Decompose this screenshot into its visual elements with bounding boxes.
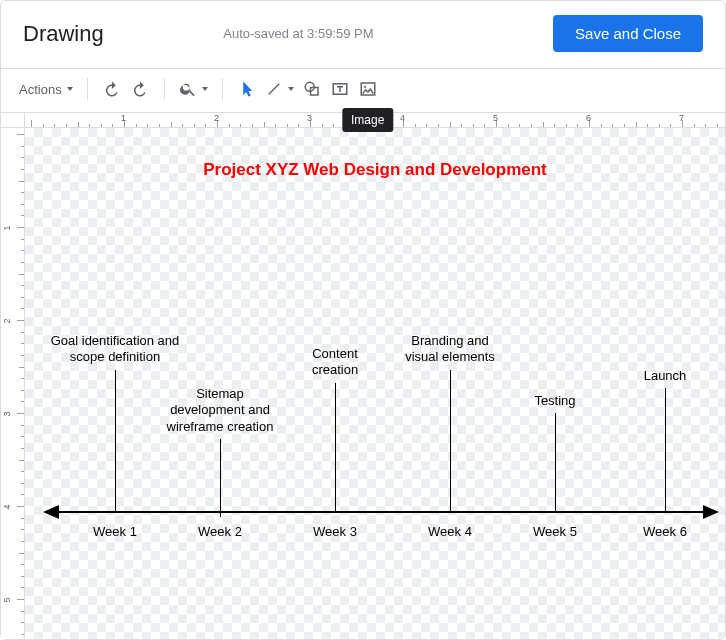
project-title: Project XYZ Web Design and Development bbox=[25, 160, 725, 180]
textbox-icon bbox=[331, 80, 349, 98]
line-icon bbox=[265, 80, 283, 98]
zoom-button[interactable] bbox=[175, 75, 212, 103]
ruler-number: 7 bbox=[679, 113, 684, 123]
toolbar: Actions bbox=[1, 69, 725, 109]
shape-icon bbox=[303, 80, 321, 98]
week-label: Week 3 bbox=[313, 524, 357, 539]
ruler-number: 2 bbox=[214, 113, 219, 123]
autosave-status: Auto-saved at 3:59:59 PM bbox=[44, 26, 553, 41]
undo-button[interactable] bbox=[98, 75, 126, 103]
ruler-corner bbox=[1, 112, 25, 128]
ruler-number: 3 bbox=[307, 113, 312, 123]
image-tool[interactable]: Image bbox=[354, 75, 382, 103]
timeline-chart: Project XYZ Web Design and Development G… bbox=[25, 128, 725, 639]
milestone-label: Launch bbox=[590, 368, 725, 384]
vertical-ruler: 12345 bbox=[1, 128, 25, 639]
milestone-line bbox=[555, 413, 556, 513]
ruler-number: 4 bbox=[400, 113, 405, 123]
ruler-number: 1 bbox=[121, 113, 126, 123]
caret-down-icon bbox=[202, 87, 208, 91]
image-tooltip: Image bbox=[342, 108, 393, 132]
shape-tool[interactable] bbox=[298, 75, 326, 103]
svg-point-4 bbox=[364, 86, 366, 88]
week-label: Week 1 bbox=[93, 524, 137, 539]
textbox-tool[interactable] bbox=[326, 75, 354, 103]
milestone-line bbox=[115, 370, 116, 513]
milestone-line bbox=[220, 439, 221, 517]
week-label: Week 2 bbox=[198, 524, 242, 539]
separator bbox=[87, 78, 88, 100]
ruler-number: 5 bbox=[493, 113, 498, 123]
ruler-number: 1 bbox=[2, 225, 12, 230]
select-tool[interactable] bbox=[233, 75, 261, 103]
ruler-number: 5 bbox=[2, 597, 12, 602]
milestone-line bbox=[665, 388, 666, 511]
milestone-label: Branding and visual elements bbox=[375, 333, 525, 366]
drawing-dialog: Drawing Auto-saved at 3:59:59 PM Save an… bbox=[0, 0, 726, 640]
separator bbox=[222, 78, 223, 100]
week-label: Week 6 bbox=[643, 524, 687, 539]
image-icon bbox=[359, 80, 377, 98]
separator bbox=[164, 78, 165, 100]
redo-button[interactable] bbox=[126, 75, 154, 103]
zoom-icon bbox=[179, 80, 197, 98]
milestone-line bbox=[335, 383, 336, 511]
caret-down-icon bbox=[288, 87, 294, 91]
save-and-close-button[interactable]: Save and Close bbox=[553, 15, 703, 52]
ruler-number: 4 bbox=[2, 504, 12, 509]
caret-down-icon bbox=[67, 87, 73, 91]
drawing-canvas[interactable]: Project XYZ Web Design and Development G… bbox=[25, 128, 725, 639]
undo-icon bbox=[103, 80, 121, 98]
milestone: Launch bbox=[590, 368, 725, 511]
redo-icon bbox=[131, 80, 149, 98]
milestone-line bbox=[450, 370, 451, 513]
dialog-header: Drawing Auto-saved at 3:59:59 PM Save an… bbox=[1, 1, 725, 69]
ruler-number: 3 bbox=[2, 411, 12, 416]
line-tool[interactable] bbox=[261, 75, 298, 103]
week-label: Week 5 bbox=[533, 524, 577, 539]
actions-label: Actions bbox=[19, 82, 62, 97]
ruler-number: 2 bbox=[2, 318, 12, 323]
week-label: Week 4 bbox=[428, 524, 472, 539]
milestone-label: Goal identification and scope definition bbox=[40, 333, 190, 366]
ruler-number: 6 bbox=[586, 113, 591, 123]
cursor-icon bbox=[238, 80, 256, 98]
workspace: 1234567 12345 Project XYZ Web Design and… bbox=[1, 112, 725, 639]
actions-menu[interactable]: Actions bbox=[15, 75, 77, 103]
